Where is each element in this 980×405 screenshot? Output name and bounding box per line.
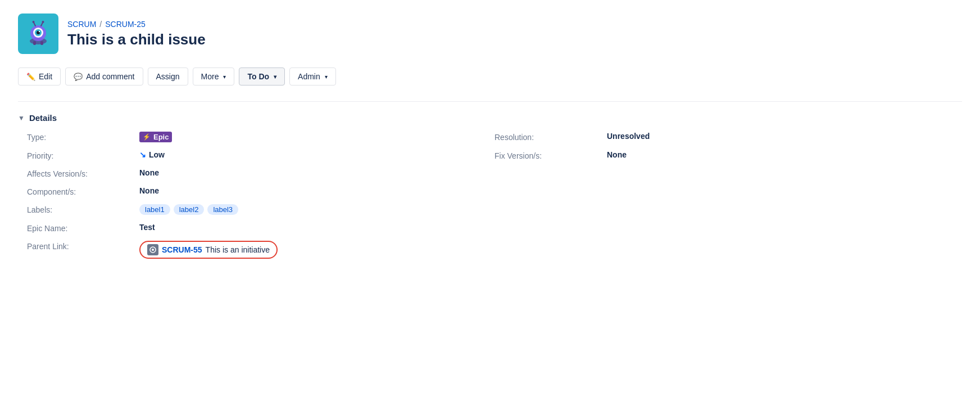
- svg-rect-2: [40, 41, 43, 45]
- edit-button[interactable]: ✏️ Edit: [18, 68, 61, 86]
- affects-version-value: None: [139, 168, 494, 177]
- priority-text: Low: [149, 150, 165, 159]
- parent-link-name: This is an initiative: [206, 245, 270, 254]
- details-header[interactable]: ▼ Details: [18, 113, 962, 123]
- fix-version-value: None: [607, 150, 962, 159]
- admin-button[interactable]: Admin ▾: [289, 68, 336, 86]
- page-title: This is a child issue: [67, 31, 206, 48]
- labels-value: label1 label2 label3: [139, 204, 494, 215]
- svg-line-8: [34, 22, 35, 26]
- admin-chevron-icon: ▾: [325, 74, 328, 80]
- page-header: SCRUM / SCRUM-25 This is a child issue: [18, 14, 962, 54]
- svg-line-10: [41, 22, 43, 26]
- section-divider: [18, 101, 962, 102]
- priority-label: Priority:: [27, 150, 139, 160]
- type-label: Type:: [27, 132, 139, 142]
- more-chevron-icon: ▾: [223, 74, 226, 80]
- breadcrumb: SCRUM / SCRUM-25: [67, 20, 206, 29]
- more-button[interactable]: More ▾: [193, 68, 235, 86]
- resolution-value: Unresolved: [607, 132, 962, 141]
- epic-name-label: Epic Name:: [27, 223, 139, 233]
- epic-badge: ⚡ Epic: [139, 132, 172, 142]
- todo-chevron-icon: ▾: [274, 74, 276, 80]
- add-comment-button[interactable]: 💬 Add comment: [65, 68, 143, 86]
- label-badge-1[interactable]: label1: [139, 204, 170, 215]
- label-badge-3[interactable]: label3: [207, 204, 238, 215]
- assign-label: Assign: [156, 72, 180, 81]
- label-badge-2[interactable]: label2: [174, 204, 205, 215]
- admin-label: Admin: [298, 72, 320, 81]
- svg-point-11: [42, 21, 44, 23]
- parent-link-value: SCRUM-55 This is an initiative: [139, 241, 494, 259]
- header-text: SCRUM / SCRUM-25 This is a child issue: [67, 20, 206, 48]
- svg-rect-1: [33, 41, 36, 45]
- component-value: None: [139, 186, 494, 195]
- edit-label: Edit: [39, 72, 52, 81]
- parent-link-highlight[interactable]: SCRUM-55 This is an initiative: [139, 241, 278, 259]
- epic-name-value: Test: [139, 223, 494, 232]
- svg-point-9: [33, 21, 35, 23]
- component-label: Component/s:: [27, 186, 139, 196]
- breadcrumb-issue[interactable]: SCRUM-25: [105, 20, 146, 29]
- priority-icon: ↘: [139, 150, 146, 159]
- more-label: More: [201, 72, 219, 81]
- breadcrumb-separator: /: [99, 20, 102, 29]
- affects-version-label: Affects Version/s:: [27, 168, 139, 178]
- breadcrumb-project[interactable]: SCRUM: [67, 20, 96, 29]
- details-section: ▼ Details Type: ⚡ Epic Resolution: Unres…: [18, 113, 962, 259]
- labels-label: Labels:: [27, 204, 139, 214]
- parent-link-id[interactable]: SCRUM-55: [162, 245, 202, 254]
- priority-value: ↘ Low: [139, 150, 494, 159]
- project-avatar: [18, 14, 58, 54]
- epic-icon: ⚡: [143, 133, 151, 141]
- todo-button[interactable]: To Do ▾: [239, 68, 285, 86]
- assign-button[interactable]: Assign: [148, 68, 188, 86]
- resolution-label: Resolution:: [494, 132, 607, 142]
- svg-point-7: [39, 31, 40, 32]
- details-grid: Type: ⚡ Epic Resolution: Unresolved Prio…: [18, 132, 962, 259]
- fix-version-label: Fix Version/s:: [494, 150, 607, 160]
- type-text: Epic: [153, 133, 169, 141]
- edit-icon: ✏️: [26, 73, 35, 81]
- svg-point-13: [152, 249, 154, 251]
- parent-link-label: Parent Link:: [27, 241, 139, 251]
- toggle-icon: ▼: [18, 114, 25, 122]
- details-title: Details: [29, 113, 57, 123]
- parent-link-icon: [147, 244, 158, 255]
- todo-label: To Do: [247, 72, 269, 81]
- priority-indicator: ↘ Low: [139, 150, 165, 159]
- add-comment-label: Add comment: [86, 72, 134, 81]
- toolbar: ✏️ Edit 💬 Add comment Assign More ▾ To D…: [18, 68, 962, 86]
- comment-icon: 💬: [74, 73, 83, 81]
- type-value: ⚡ Epic: [139, 132, 494, 142]
